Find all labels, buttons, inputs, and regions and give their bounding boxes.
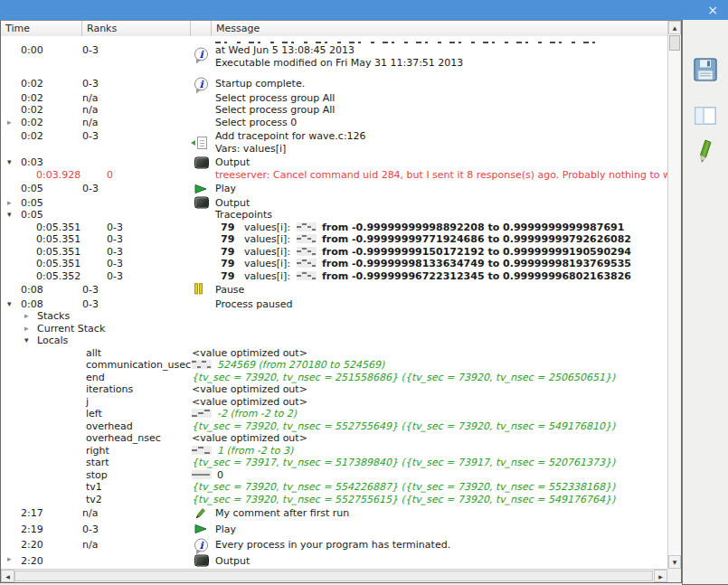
vertical-scrollbar-thumb[interactable] xyxy=(669,35,680,51)
local-variable-name: allt xyxy=(86,347,101,360)
local-variable-name: right xyxy=(86,445,109,458)
log-row[interactable]: 0:03.9280treeserver: Cancel command uid … xyxy=(1,169,667,182)
log-row[interactable]: 0:02n/aSelect process group All xyxy=(1,92,667,105)
expander-collapsed-icon[interactable]: ▸ xyxy=(7,117,12,128)
expander-expanded-icon[interactable]: ▾ xyxy=(7,156,12,168)
column-header-ranks[interactable]: Ranks xyxy=(82,21,191,36)
log-row[interactable]: 2:20n/aiEvery process in your program ha… xyxy=(1,537,667,553)
local-variable-row[interactable]: right1 (from -2 to 3) xyxy=(1,445,667,458)
local-variable-row[interactable]: overhead_nsec<value optimized out> xyxy=(1,432,667,445)
column-header-message[interactable]: Message xyxy=(212,21,681,36)
local-variable-name: j xyxy=(86,396,89,409)
message-cell: Output xyxy=(215,197,667,210)
scroll-down-icon[interactable]: ▼ xyxy=(668,555,681,569)
ranks-cell: 0-3 xyxy=(82,298,99,311)
ranks-cell: 0-3 xyxy=(82,284,99,297)
local-variable-row[interactable]: tv1{tv_sec = 73920, tv_nsec = 554226887}… xyxy=(1,481,667,494)
vertical-scrollbar[interactable]: ▲ ▼ xyxy=(667,21,681,569)
log-row[interactable]: ▾0:03Output xyxy=(1,156,667,169)
log-row[interactable]: ▾0:05Tracepoints xyxy=(1,209,667,222)
expander-expanded-icon[interactable]: ▾ xyxy=(24,335,29,346)
log-row[interactable]: 0:05.3510-379values[i]:from -0.999999999… xyxy=(1,222,667,234)
scroll-left-icon[interactable]: ◀ xyxy=(1,570,14,582)
message-cell: Output xyxy=(215,156,667,169)
local-variable-row[interactable]: communication_usec524569 (from 270180 to… xyxy=(1,359,667,372)
message-cell: Pause xyxy=(215,284,667,297)
time-cell: 0:02 xyxy=(21,104,43,117)
log-row[interactable]: 0:020-3iStartup complete. xyxy=(1,76,667,92)
column-header-time[interactable]: Time xyxy=(1,21,82,36)
log-row[interactable]: 0:05.3510-379values[i]:from -0.999999981… xyxy=(1,258,667,270)
expander-collapsed-icon[interactable]: ▸ xyxy=(7,553,12,565)
scroll-up-icon[interactable]: ▲ xyxy=(668,21,681,34)
local-variable-row[interactable]: overhead{tv_sec = 73920, tv_nsec = 55275… xyxy=(1,420,667,433)
log-row[interactable]: 0:05.3520-379values[i]:from -0.999999967… xyxy=(1,270,667,283)
horizontal-scrollbar-thumb[interactable] xyxy=(14,571,653,581)
local-variable-name: iterations xyxy=(86,383,133,396)
local-variable-row[interactable]: start{tv_sec = 73917, tv_nsec = 51738984… xyxy=(1,457,667,469)
panel-view-button[interactable] xyxy=(695,107,716,127)
local-variable-row[interactable]: left-2 (from -2 to 2) xyxy=(1,408,667,420)
tree-node-row[interactable]: ▸Current Stack xyxy=(1,323,667,335)
message-cell: Tracepoints xyxy=(215,209,667,222)
ranks-cell: 0-3 xyxy=(107,246,123,259)
message-cell: 79values[i]:from -0.99999998133634749 to… xyxy=(221,258,667,270)
local-variable-value: -2 (from -2 to 2) xyxy=(192,408,667,420)
log-row[interactable]: 2:190-3Play xyxy=(1,522,667,538)
sparkline-icon xyxy=(192,470,212,479)
expander-expanded-icon[interactable]: ▾ xyxy=(7,298,12,310)
save-log-button[interactable] xyxy=(694,58,717,84)
scroll-right-icon[interactable]: ▶ xyxy=(654,570,667,582)
log-row[interactable]: 2:17n/aMy comment after first run xyxy=(1,505,667,522)
column-header-icon-spacer[interactable] xyxy=(191,21,212,36)
log-row[interactable]: ▾0:080-3Process paused xyxy=(1,298,667,311)
toolbar-sidebar xyxy=(682,20,728,585)
tree-node-row[interactable]: ▸Stacks xyxy=(1,310,667,323)
local-variable-row[interactable]: tv2{tv_sec = 73920, tv_nsec = 552755615}… xyxy=(1,494,667,506)
message-cell: Add tracepoint for wave.c:126Vars: value… xyxy=(215,130,667,155)
titlebar[interactable]: × xyxy=(0,0,728,20)
log-row[interactable]: 0:05.3510-379values[i]:from -0.999999991… xyxy=(1,246,667,259)
log-row[interactable]: 0:050-3Play xyxy=(1,181,667,197)
info-icon: i xyxy=(194,77,208,90)
log-row[interactable]: 0:080-3Pause xyxy=(1,282,667,298)
local-variable-row[interactable]: iterations<value optimized out> xyxy=(1,383,667,396)
info-icon: i xyxy=(194,47,208,61)
ranks-cell: 0-3 xyxy=(107,258,123,270)
add-comment-button[interactable] xyxy=(697,139,714,166)
log-row[interactable]: 0:02n/aSelect process group All xyxy=(1,104,667,117)
local-variable-value: {tv_sec = 73920, tv_nsec = 251558686} ({… xyxy=(192,372,667,384)
local-variable-row[interactable]: allt<value optimized out> xyxy=(1,347,667,360)
time-cell: 0:05.351 xyxy=(36,222,80,234)
play-icon xyxy=(194,183,207,194)
expander-collapsed-icon[interactable]: ▸ xyxy=(7,197,12,209)
log-row[interactable]: 0:000-3iat Wed Jun 5 13:08:45 2013Execut… xyxy=(1,37,667,71)
local-variable-row[interactable]: end{tv_sec = 73920, tv_nsec = 251558686}… xyxy=(1,372,667,384)
message-cell: 79values[i]:from -0.99999999998892208 to… xyxy=(221,222,667,234)
local-variable-name: overhead xyxy=(86,420,133,433)
clipped-text-line xyxy=(215,39,604,43)
close-icon[interactable]: × xyxy=(707,2,718,18)
expander-collapsed-icon[interactable]: ▸ xyxy=(24,310,29,322)
log-row[interactable]: ▸2:20Output xyxy=(1,553,667,570)
ranks-cell: 0 xyxy=(107,169,113,182)
log-row[interactable]: ▸0:02n/aSelect process 0 xyxy=(1,117,667,129)
tree-node-row[interactable]: ▾Locals xyxy=(1,335,667,347)
log-row[interactable]: 0:05.3510-379values[i]:from -0.999999997… xyxy=(1,233,667,246)
local-variable-name: stop xyxy=(86,469,108,482)
expander-expanded-icon[interactable]: ▾ xyxy=(7,209,12,221)
log-row[interactable]: ▸0:05Output xyxy=(1,197,667,210)
local-variable-row[interactable]: j<value optimized out> xyxy=(1,396,667,409)
split-window-icon xyxy=(695,107,716,125)
ranks-cell: n/a xyxy=(82,92,98,105)
expander-collapsed-icon[interactable]: ▸ xyxy=(24,323,29,335)
local-variable-value: {tv_sec = 73917, tv_nsec = 517389840} ({… xyxy=(192,457,667,469)
scrollbar-corner xyxy=(667,569,681,582)
output-icon xyxy=(194,156,209,168)
ranks-cell: 0-3 xyxy=(107,270,123,283)
local-variable-row[interactable]: stop0 xyxy=(1,469,667,482)
horizontal-scrollbar[interactable]: ◀ ▶ xyxy=(1,569,667,582)
log-row[interactable]: 0:020-3Add tracepoint for wave.c:126Vars… xyxy=(1,128,667,156)
log-panel: Time Ranks Message 0:000-3iat Wed Jun 5 … xyxy=(0,20,682,583)
sparkline-icon xyxy=(297,222,317,231)
